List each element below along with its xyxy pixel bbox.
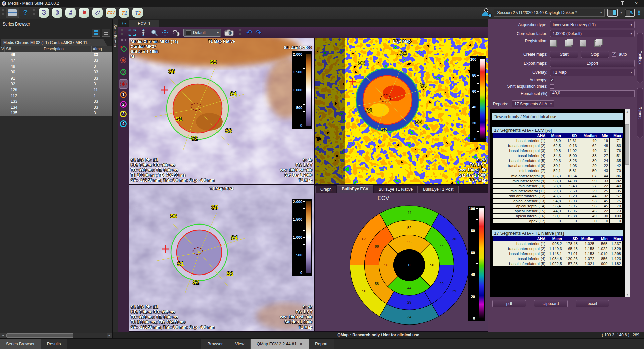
- registration-slice-all-button[interactable]: [594, 39, 603, 47]
- app-heart-flow-button[interactable]: [79, 8, 89, 18]
- series-row[interactable]: 13333: [0, 99, 112, 104]
- bottom-tab-browser[interactable]: Browser: [201, 339, 229, 349]
- scroll-left-icon[interactable]: ◄: [0, 333, 6, 338]
- column-img-count[interactable]: #Img: [92, 46, 112, 52]
- app-ventricle-button[interactable]: [52, 8, 62, 18]
- autocopy-checkbox[interactable]: ✓: [550, 78, 554, 82]
- study-tab[interactable]: Medis Chronic MI 02 (T1) CardiacMR37 MR …: [1, 39, 107, 46]
- fit-to-view-icon[interactable]: [128, 29, 136, 36]
- series-horizontal-scrollbar[interactable]: ◄ ►: [0, 333, 112, 338]
- series-browser-collapsed-tab[interactable]: ⋮ Series Browser: [113, 19, 118, 332]
- app-fetal-button[interactable]: [65, 8, 76, 18]
- preset-dropdown[interactable]: Default ▾: [183, 29, 221, 37]
- bullseye-tab-bullseye-t1-native[interactable]: BullsEye T1 Native: [374, 186, 418, 193]
- registration-none-button[interactable]: [550, 39, 559, 47]
- snapshot-camera-icon[interactable]: [224, 29, 234, 36]
- app-t1-button[interactable]: T1: [119, 8, 129, 18]
- viewport-ecv-map[interactable]: S1 S2 S3 S4 S5 S6 ECV Map: [315, 38, 488, 184]
- start-button[interactable]: Start: [550, 51, 578, 58]
- undo-button[interactable]: ↶: [246, 29, 252, 37]
- bottom-tab-results[interactable]: Results: [41, 339, 67, 349]
- registration-slice-button[interactable]: [580, 39, 588, 47]
- column-description[interactable]: Description: [42, 46, 92, 52]
- window-level-icon[interactable]: [172, 29, 180, 36]
- thumbnail-view-button[interactable]: [92, 29, 100, 37]
- export-pdf-button[interactable]: pdf: [492, 300, 526, 307]
- scrollbar-thumb[interactable]: [625, 124, 629, 165]
- toolbox-tab[interactable]: Toolbox: [637, 33, 643, 83]
- session-dropdown[interactable]: Session 27/11/2020 13:40 Kayleigh Dukker…: [494, 9, 605, 17]
- viewport-t1-native[interactable]: S1 S2 S3 S4 S5 S6 Medis Chronic MI 02 (T…: [129, 38, 314, 184]
- overlay-dropdown[interactable]: T1 Map▾: [550, 69, 635, 76]
- bullseye-tab-bullseye-t1-post[interactable]: BullsEye T1 Post: [418, 186, 459, 193]
- app-ecv-button[interactable]: ECV: [106, 8, 116, 18]
- overflow-menu-button[interactable]: •••: [637, 10, 641, 15]
- help-button[interactable]: ?: [23, 8, 28, 17]
- scroll-right-icon[interactable]: ►: [107, 333, 112, 338]
- zoom-icon[interactable]: [151, 29, 158, 36]
- stack-scroll-icon[interactable]: [139, 29, 147, 36]
- export-button[interactable]: Export: [550, 60, 635, 67]
- layout-switch-button[interactable]: [6, 8, 19, 18]
- bottom-tab-view[interactable]: View: [229, 339, 251, 349]
- export-excel-button[interactable]: excel: [576, 300, 609, 307]
- app-t2-button[interactable]: T2: [132, 8, 143, 18]
- series-row[interactable]: 9033: [0, 69, 112, 75]
- bullseye-tab-bullseye-ecv[interactable]: BullsEye ECV: [337, 185, 373, 193]
- reset-layout-button[interactable]: ↻: [625, 9, 635, 17]
- series-row[interactable]: 12611: [0, 87, 112, 93]
- panel-menu-icon[interactable]: ⋮: [114, 20, 117, 22]
- epi-contour-tool[interactable]: [119, 68, 128, 77]
- bottom-tab-series-browser[interactable]: Series Browser: [0, 339, 41, 349]
- vp-toolbar-grip-2[interactable]: [239, 29, 241, 36]
- column-v[interactable]: V: [0, 46, 5, 52]
- tab-ecv-1[interactable]: ECV_1: [129, 20, 159, 27]
- minimize-button[interactable]: –: [598, 0, 613, 7]
- end-session-button[interactable]: ✕: [481, 8, 491, 17]
- vp-toolbar-grip[interactable]: [121, 29, 123, 36]
- auto-checkbox[interactable]: ✓: [612, 52, 616, 57]
- roi-2-tool[interactable]: 2: [120, 101, 127, 108]
- series-row[interactable]: 483: [0, 64, 112, 69]
- rail-grip[interactable]: [121, 39, 126, 41]
- series-row[interactable]: 923: [0, 81, 112, 87]
- series-row[interactable]: 1121: [0, 93, 112, 99]
- app-qmass-button[interactable]: [39, 8, 49, 18]
- bottom-tab-qmap-ecv-2-2-44-1[interactable]: QMap ECV 2.2.44 #1✕: [251, 339, 309, 349]
- stop-button[interactable]: Stop: [581, 51, 609, 58]
- series-table-header[interactable]: V S# Description #Img: [0, 46, 112, 52]
- export-clipboard-button[interactable]: clipboard: [534, 300, 568, 307]
- series-row[interactable]: 13433: [0, 105, 112, 110]
- series-row[interactable]: 4733: [0, 58, 112, 63]
- report-scrollbar[interactable]: ▲ ▼: [625, 109, 630, 297]
- roi-1-tool[interactable]: 1: [120, 91, 127, 98]
- shift-acquisition-checkbox[interactable]: [550, 84, 554, 89]
- save-layout-caret[interactable]: ▾: [620, 11, 622, 14]
- bullseye-tab-graph[interactable]: Graph: [315, 186, 336, 193]
- roi-3-tool[interactable]: 3: [120, 111, 127, 117]
- series-row[interactable]: 1353: [0, 110, 112, 116]
- toolbar-grip-2[interactable]: [33, 9, 35, 16]
- add-contour-tool[interactable]: [119, 44, 128, 53]
- close-button[interactable]: ✕: [629, 0, 644, 7]
- save-layout-button[interactable]: [607, 9, 618, 17]
- tab-menu-icon[interactable]: ⋮▾: [118, 21, 128, 27]
- series-row[interactable]: 4633: [0, 52, 112, 58]
- roi-4-tool[interactable]: 4: [120, 120, 127, 127]
- endo-contour-tool[interactable]: [119, 56, 128, 65]
- maximize-button[interactable]: [613, 0, 629, 7]
- series-row[interactable]: 9133: [0, 76, 112, 81]
- list-view-button[interactable]: [102, 29, 110, 37]
- hematocrit-input[interactable]: 40,0: [550, 90, 635, 97]
- toolbar-grip[interactable]: [2, 9, 4, 16]
- pan-icon[interactable]: [161, 29, 169, 36]
- redo-button[interactable]: ↷: [256, 29, 262, 37]
- scroll-up-icon[interactable]: ▲: [625, 109, 630, 114]
- app-valve-button[interactable]: [92, 8, 103, 18]
- reports-dropdown[interactable]: 17 Segments AHA▾: [512, 100, 554, 107]
- scroll-down-icon[interactable]: ▼: [625, 292, 630, 297]
- report-tab[interactable]: Report: [637, 88, 643, 138]
- viewport-t1-post[interactable]: S1 S2 S3 S4 S5 S6 T1 Map Post: [129, 185, 314, 331]
- column-series[interactable]: S#: [5, 46, 42, 52]
- registration-all-button[interactable]: [565, 39, 574, 47]
